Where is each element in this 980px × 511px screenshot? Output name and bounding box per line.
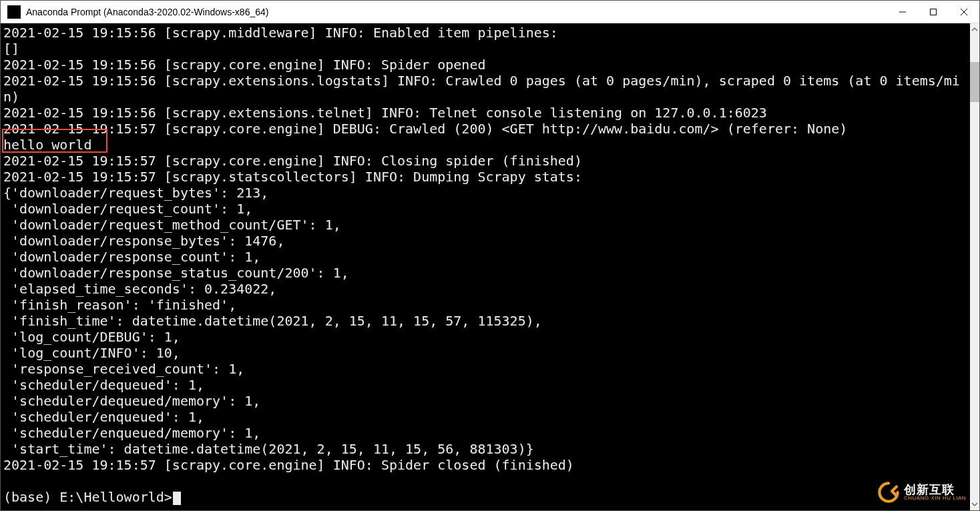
terminal-line: 'downloader/response_status_count/200': … — [3, 265, 970, 281]
watermark-text-sub: CHUANG XIN HU LIAN — [904, 496, 966, 501]
terminal-line: hello world — [3, 137, 970, 153]
terminal-line: 'scheduler/dequeued/memory': 1, — [3, 393, 970, 409]
app-icon — [7, 5, 21, 19]
close-button[interactable] — [949, 1, 979, 23]
window-frame: Anaconda Prompt (Anaconda3-2020.02-Windo… — [0, 0, 980, 511]
terminal-cursor — [173, 492, 181, 505]
terminal-line: 2021-02-15 19:15:57 [scrapy.statscollect… — [3, 169, 970, 185]
terminal-line: 2021-02-15 19:15:57 [scrapy.core.engine]… — [3, 153, 970, 169]
terminal-line: 'log_count/DEBUG': 1, — [3, 329, 970, 345]
watermark-text-main: 创新互联 — [904, 484, 966, 496]
terminal-line: 2021-02-15 19:15:57 [scrapy.core.engine]… — [3, 457, 970, 473]
terminal-line: 'downloader/request_count': 1, — [3, 201, 970, 217]
terminal-line: 'log_count/INFO': 10, — [3, 345, 970, 361]
minimize-button[interactable] — [887, 1, 918, 23]
scroll-down-button[interactable] — [970, 498, 979, 510]
terminal-line: 'scheduler/dequeued': 1, — [3, 377, 970, 393]
terminal-line: 'finish_reason': 'finished', — [3, 297, 970, 313]
terminal-line: 'downloader/response_bytes': 1476, — [3, 233, 970, 249]
minimize-icon — [899, 8, 907, 16]
vertical-scrollbar[interactable] — [970, 23, 979, 510]
terminal-line: 'scheduler/enqueued/memory': 1, — [3, 425, 970, 441]
terminal-line: [] — [3, 41, 970, 57]
terminal-line: 2021-02-15 19:15:56 [scrapy.core.engine]… — [3, 57, 970, 73]
terminal-line: 'downloader/request_method_count/GET': 1… — [3, 217, 970, 233]
terminal-output[interactable]: 2021-02-15 19:15:56 [scrapy.middleware] … — [1, 23, 970, 510]
svg-rect-1 — [931, 9, 937, 15]
watermark: 创新互联 CHUANG XIN HU LIAN — [877, 481, 966, 504]
chevron-down-icon — [971, 501, 978, 508]
terminal-line: 'response_received_count': 1, — [3, 361, 970, 377]
terminal-line: 'scheduler/enqueued': 1, — [3, 409, 970, 425]
close-icon — [960, 8, 968, 16]
scrollbar-track[interactable] — [970, 35, 979, 498]
terminal-line: 2021-02-15 19:15:56 [scrapy.extensions.t… — [3, 105, 970, 121]
terminal-line: 'downloader/response_count': 1, — [3, 249, 970, 265]
terminal-area: 2021-02-15 19:15:56 [scrapy.middleware] … — [1, 23, 979, 510]
maximize-icon — [929, 8, 937, 16]
maximize-button[interactable] — [918, 1, 949, 23]
terminal-line: 2021-02-15 19:15:57 [scrapy.core.engine]… — [3, 121, 970, 137]
watermark-logo-icon — [877, 481, 900, 504]
terminal-line — [3, 473, 970, 489]
window-title: Anaconda Prompt (Anaconda3-2020.02-Windo… — [26, 7, 268, 17]
terminal-line: 2021-02-15 19:15:56 [scrapy.middleware] … — [3, 25, 970, 41]
scroll-up-button[interactable] — [970, 23, 979, 35]
terminal-line: {'downloader/request_bytes': 213, — [3, 185, 970, 201]
terminal-line: 'start_time': datetime.datetime(2021, 2,… — [3, 441, 970, 457]
scrollbar-thumb[interactable] — [970, 62, 979, 102]
terminal-line: (base) E:\Helloworld> — [3, 489, 970, 505]
chevron-up-icon — [971, 26, 978, 33]
title-bar[interactable]: Anaconda Prompt (Anaconda3-2020.02-Windo… — [1, 1, 979, 23]
terminal-line: 'finish_time': datetime.datetime(2021, 2… — [3, 313, 970, 329]
terminal-line: 2021-02-15 19:15:56 [scrapy.extensions.l… — [3, 73, 970, 105]
terminal-line: 'elapsed_time_seconds': 0.234022, — [3, 281, 970, 297]
